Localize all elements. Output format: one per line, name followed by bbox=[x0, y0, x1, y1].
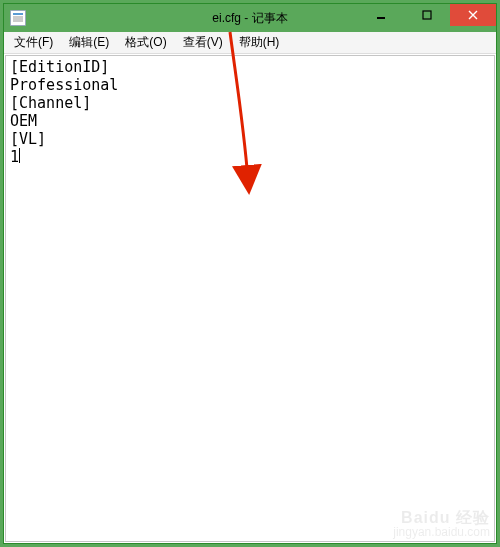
minimize-icon bbox=[376, 10, 386, 20]
editor-text[interactable]: [EditionID] Professional [Channel] OEM [… bbox=[6, 56, 494, 168]
line: Professional bbox=[10, 76, 118, 94]
close-button[interactable] bbox=[450, 4, 496, 26]
menu-file[interactable]: 文件(F) bbox=[6, 32, 61, 53]
editor-area[interactable]: [EditionID] Professional [Channel] OEM [… bbox=[5, 55, 495, 542]
menu-view[interactable]: 查看(V) bbox=[175, 32, 231, 53]
app-icon bbox=[10, 10, 26, 26]
window-title: ei.cfg - 记事本 bbox=[212, 10, 287, 27]
menu-format[interactable]: 格式(O) bbox=[117, 32, 174, 53]
line: [VL] bbox=[10, 130, 46, 148]
maximize-icon bbox=[422, 10, 432, 20]
line: [EditionID] bbox=[10, 58, 109, 76]
line: OEM bbox=[10, 112, 37, 130]
menu-edit[interactable]: 编辑(E) bbox=[61, 32, 117, 53]
notepad-window: ei.cfg - 记事本 文件(F) 编辑(E) 格式(O) 查看(V) 帮助(… bbox=[3, 3, 497, 544]
menubar: 文件(F) 编辑(E) 格式(O) 查看(V) 帮助(H) bbox=[4, 32, 496, 54]
minimize-button[interactable] bbox=[358, 4, 404, 26]
svg-rect-0 bbox=[377, 17, 385, 19]
text-caret bbox=[19, 148, 20, 163]
line: [Channel] bbox=[10, 94, 91, 112]
window-controls bbox=[358, 4, 496, 26]
titlebar[interactable]: ei.cfg - 记事本 bbox=[4, 4, 496, 32]
svg-rect-1 bbox=[423, 11, 431, 19]
maximize-button[interactable] bbox=[404, 4, 450, 26]
menu-help[interactable]: 帮助(H) bbox=[231, 32, 288, 53]
close-icon bbox=[468, 10, 478, 20]
line: 1 bbox=[10, 148, 19, 166]
